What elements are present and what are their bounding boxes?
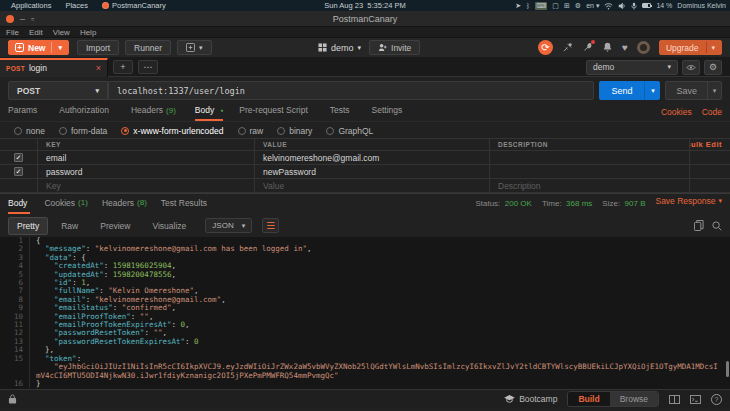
- kv-key-cell[interactable]: password: [38, 165, 255, 178]
- kv-placeholder-row[interactable]: Key Value Description: [0, 178, 730, 193]
- kv-description-cell[interactable]: [490, 151, 690, 164]
- keyboard-indicator-icon[interactable]: ⌨: [535, 2, 547, 10]
- lock-icon[interactable]: [8, 394, 17, 404]
- environment-quick-look-button[interactable]: [682, 60, 700, 75]
- upgrade-button[interactable]: Upgrade ▾: [659, 40, 722, 55]
- console-icon[interactable]: [690, 395, 701, 404]
- invite-button[interactable]: Invite: [369, 40, 420, 55]
- copy-response-icon[interactable]: [694, 220, 704, 231]
- volume-icon[interactable]: [618, 2, 626, 10]
- help-button[interactable]: ?: [711, 394, 722, 405]
- language-selector[interactable]: JSON ▾: [205, 218, 252, 233]
- user-menu[interactable]: Dominus Kelvin: [677, 2, 726, 9]
- build-toggle[interactable]: Build: [568, 392, 609, 406]
- cookies-link[interactable]: Cookies: [661, 107, 692, 121]
- request-config-tab[interactable]: Tests: [330, 105, 356, 121]
- kv-key-placeholder[interactable]: Key: [38, 179, 255, 192]
- request-tab[interactable]: POST login ×: [0, 58, 108, 77]
- response-tab[interactable]: Body: [8, 198, 30, 214]
- environment-selector[interactable]: demo ▾: [586, 60, 678, 75]
- kv-table-row[interactable]: ✓ password newPassword: [0, 164, 730, 179]
- menu-item[interactable]: File: [6, 28, 19, 37]
- body-mode-radio[interactable]: x-www-form-urlencoded: [121, 126, 223, 136]
- kv-value-cell[interactable]: kelvinomereshone@gmail.com: [255, 151, 490, 164]
- window-close-button[interactable]: [6, 15, 14, 23]
- upgrade-dropdown-caret-icon[interactable]: ▾: [711, 45, 715, 51]
- response-view-tab[interactable]: Visualize: [143, 217, 195, 235]
- workspace-switcher[interactable]: demo ▾: [318, 43, 361, 53]
- environment-settings-button[interactable]: ⚙: [704, 60, 722, 75]
- row-checkbox[interactable]: ✓: [14, 167, 23, 176]
- menu-item[interactable]: Help: [80, 28, 96, 37]
- menu-item[interactable]: Edit: [29, 28, 43, 37]
- notifications-button[interactable]: [602, 42, 613, 53]
- save-button[interactable]: Save ▾: [665, 81, 722, 100]
- menu-item[interactable]: View: [53, 28, 70, 37]
- bootcamp-button[interactable]: Bootcamp: [504, 394, 557, 404]
- method-selector[interactable]: POST ▾: [8, 81, 108, 100]
- new-dropdown-caret-icon[interactable]: ▾: [58, 45, 62, 51]
- window-tray-icon[interactable]: ▢: [552, 2, 559, 10]
- tab-close-icon[interactable]: ×: [96, 63, 101, 73]
- kv-value-placeholder[interactable]: Value: [255, 179, 490, 192]
- body-mode-radio[interactable]: raw: [238, 126, 264, 136]
- workspace-grid-icon[interactable]: ⊞: [564, 2, 570, 10]
- request-config-tab[interactable]: Headers (9): [131, 105, 179, 121]
- new-button[interactable]: + New ▾: [8, 40, 69, 55]
- tab-options-button[interactable]: ⋯: [138, 60, 158, 74]
- window-maximize-button[interactable]: ▫: [31, 15, 34, 23]
- microphone-icon[interactable]: [631, 2, 637, 10]
- places-menu[interactable]: Places: [58, 1, 95, 10]
- new-window-button[interactable]: ▾: [177, 40, 212, 55]
- body-mode-radio[interactable]: form-data: [59, 126, 107, 136]
- request-config-tab[interactable]: Params: [8, 105, 43, 121]
- body-mode-radio[interactable]: GraphQL: [326, 126, 373, 136]
- url-input[interactable]: [108, 81, 594, 100]
- kv-key-cell[interactable]: email: [38, 151, 255, 164]
- save-response-button[interactable]: Save Response ▾: [655, 196, 722, 206]
- kv-value-cell[interactable]: newPassword: [255, 165, 490, 178]
- response-tab[interactable]: Test Results: [161, 198, 210, 214]
- bulk-edit-link[interactable]: Bulk Edit: [690, 140, 722, 149]
- kv-description-placeholder[interactable]: Description: [490, 179, 690, 192]
- save-dropdown-caret-icon[interactable]: ▾: [707, 82, 721, 99]
- request-config-tab[interactable]: Authorization: [59, 105, 115, 121]
- favorites-button[interactable]: ♥: [622, 42, 628, 53]
- response-view-tab[interactable]: Pretty: [8, 217, 48, 235]
- response-body-viewer[interactable]: 1 { 2 "message": "kelvinomereshone@gmail…: [0, 237, 730, 389]
- runner-button[interactable]: Runner: [125, 40, 171, 55]
- kv-table-row[interactable]: ✓ email kelvinomereshone@gmail.com: [0, 150, 730, 165]
- capture-requests-button[interactable]: [562, 42, 573, 53]
- browse-toggle[interactable]: Browse: [610, 392, 658, 406]
- response-view-tab[interactable]: Preview: [91, 217, 139, 235]
- kv-description-cell[interactable]: [490, 165, 690, 178]
- wifi-icon[interactable]: [604, 2, 613, 10]
- settings-button[interactable]: [582, 42, 593, 53]
- sync-button[interactable]: ⟳: [538, 40, 553, 55]
- applications-menu[interactable]: Applications: [4, 1, 58, 10]
- send-dropdown-caret-icon[interactable]: ▾: [644, 81, 660, 100]
- scrollbar-thumb[interactable]: [726, 361, 729, 377]
- request-config-tab[interactable]: Settings: [372, 105, 409, 121]
- clock[interactable]: Sun Aug 23 5:35:24 PM: [324, 1, 405, 10]
- response-tab[interactable]: Headers (8): [102, 198, 147, 214]
- response-view-tab[interactable]: Raw: [52, 217, 87, 235]
- user-avatar[interactable]: [637, 41, 650, 54]
- response-tab[interactable]: Cookies (1): [44, 198, 88, 214]
- window-minimize-button[interactable]: –: [20, 15, 25, 23]
- body-mode-radio[interactable]: none: [14, 126, 45, 136]
- request-config-tab[interactable]: Pre-request Script: [239, 105, 314, 121]
- wrap-lines-button[interactable]: ☰: [262, 218, 279, 233]
- settings-tray-icon[interactable]: ⚙: [575, 2, 581, 10]
- new-tab-button[interactable]: +: [113, 60, 133, 74]
- send-button[interactable]: Send ▾: [599, 81, 660, 100]
- bluetooth-icon[interactable]: ᛒ: [526, 2, 530, 10]
- split-pane-icon[interactable]: [669, 395, 680, 404]
- messenger-tray-icon[interactable]: ➤: [515, 2, 521, 10]
- body-mode-radio[interactable]: binary: [277, 126, 312, 136]
- import-button[interactable]: Import: [77, 40, 119, 55]
- keyboard-layout[interactable]: en ▾: [586, 2, 599, 9]
- row-checkbox[interactable]: ✓: [14, 153, 23, 162]
- code-link[interactable]: Code: [702, 107, 722, 121]
- active-app-indicator[interactable]: PostmanCanary: [95, 1, 173, 10]
